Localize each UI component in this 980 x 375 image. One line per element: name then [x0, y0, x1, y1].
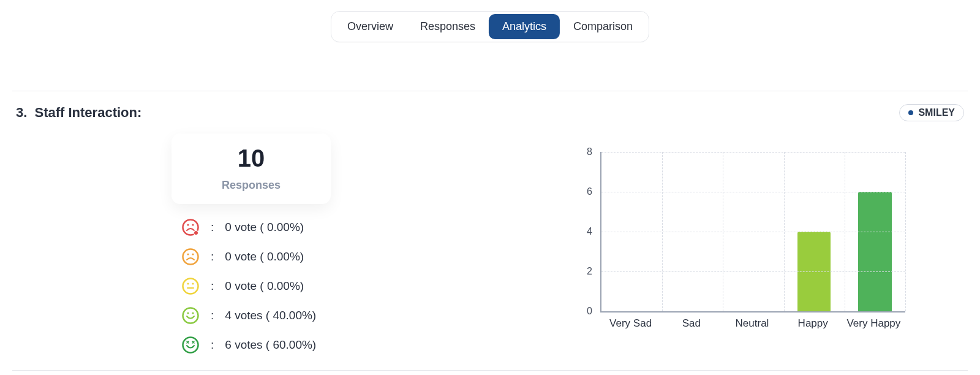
chart-xlabel: Very Sad: [609, 317, 652, 330]
svg-point-1: [187, 224, 189, 225]
chart-ytick: 4: [587, 226, 592, 237]
svg-point-9: [187, 282, 189, 284]
svg-point-14: [183, 338, 198, 353]
chart-xlabels: Very SadSadNeutralHappyVery Happy: [600, 315, 905, 330]
responses-card: 10 Responses: [172, 134, 331, 204]
chart-xlabel: Happy: [798, 317, 828, 330]
legend-row: : 0 vote ( 0.00%): [181, 277, 316, 295]
legend-colon: :: [211, 338, 214, 352]
question-header: 3. Staff Interaction: SMILEY: [16, 104, 964, 121]
neutral-icon: [181, 277, 200, 295]
chart-ytick: 6: [587, 186, 592, 197]
legend-text: 0 vote ( 0.00%): [225, 279, 304, 293]
chart-ytick: 2: [587, 266, 592, 277]
legend-row: : 0 vote ( 0.00%): [181, 218, 316, 237]
chart: 02468 Very SadSadNeutralHappyVery Happy: [576, 146, 913, 330]
chart-ytick: 8: [587, 146, 592, 157]
legend-row: : 0 vote ( 0.00%): [181, 248, 316, 266]
chart-xlabel: Very Happy: [846, 317, 900, 330]
legend-text: 4 votes ( 40.00%): [225, 309, 316, 322]
badge-dot: [908, 110, 913, 115]
svg-point-7: [192, 253, 194, 255]
question-type-badge: SMILEY: [899, 104, 964, 121]
section-divider: [12, 370, 968, 371]
legend: : 0 vote ( 0.00%) : 0 vote ( 0.00%) : 0 …: [181, 218, 316, 354]
legend-text: 0 vote ( 0.00%): [225, 221, 304, 234]
legend-text: 6 votes ( 60.00%): [225, 338, 316, 352]
svg-point-13: [192, 312, 194, 314]
svg-point-2: [192, 224, 194, 225]
legend-colon: :: [211, 279, 214, 293]
chart-bar: [858, 192, 892, 311]
question-title-text: Staff Interaction:: [34, 105, 141, 120]
svg-point-11: [183, 308, 198, 324]
very-happy-icon: [181, 336, 200, 354]
happy-icon: [181, 306, 200, 325]
badge-label: SMILEY: [918, 107, 955, 118]
legend-colon: :: [211, 250, 214, 263]
legend-colon: :: [211, 221, 214, 234]
section-divider: [12, 91, 968, 91]
svg-point-4: [194, 231, 198, 235]
svg-point-10: [192, 282, 194, 284]
tab-comparison[interactable]: Comparison: [560, 14, 646, 39]
tab-responses[interactable]: Responses: [407, 14, 489, 39]
svg-point-12: [187, 312, 189, 314]
svg-point-6: [187, 253, 189, 255]
legend-colon: :: [211, 309, 214, 322]
sad-icon: [181, 248, 200, 266]
question-title: 3. Staff Interaction:: [16, 105, 141, 121]
legend-row: : 4 votes ( 40.00%): [181, 306, 316, 325]
question-number: 3.: [16, 105, 27, 120]
responses-count: 10: [238, 146, 265, 170]
chart-xlabel: Sad: [682, 317, 701, 330]
tab-analytics[interactable]: Analytics: [489, 14, 560, 39]
responses-label: Responses: [222, 179, 281, 192]
chart-plot: 02468: [600, 152, 905, 312]
legend-text: 0 vote ( 0.00%): [225, 250, 304, 263]
legend-row: : 6 votes ( 60.00%): [181, 336, 316, 354]
tabs: Overview Responses Analytics Comparison: [331, 11, 649, 42]
chart-xlabel: Neutral: [736, 317, 769, 330]
very-sad-icon: [181, 218, 200, 237]
svg-point-5: [183, 249, 198, 265]
tab-overview[interactable]: Overview: [334, 14, 407, 39]
chart-ytick: 0: [587, 306, 592, 317]
svg-point-8: [183, 279, 198, 294]
